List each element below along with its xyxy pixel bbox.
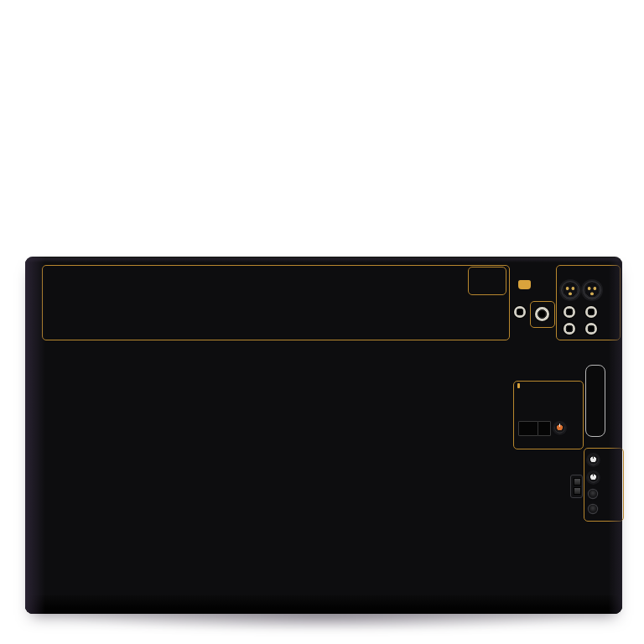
stereo-line-box — [468, 267, 506, 295]
fx-display-window-2 — [538, 421, 551, 436]
console-top-edge — [29, 258, 619, 262]
main-output-jack-left — [564, 306, 575, 318]
bus-assign-switch[interactable] — [570, 475, 583, 498]
pro-dsp-fx-box — [513, 381, 584, 449]
fx-display-window — [518, 421, 538, 436]
monitor-source-mains-button[interactable] — [589, 490, 597, 498]
level-meter — [585, 365, 605, 437]
phones-level-knob[interactable] — [588, 472, 599, 483]
fx-header-badge — [517, 383, 520, 388]
ctrl-room-level-knob[interactable] — [588, 454, 599, 465]
console-left-cheek — [25, 257, 47, 614]
product-photo-stage — [0, 0, 644, 644]
main-output-xlr-left — [561, 281, 579, 299]
main-output-jack-right — [585, 306, 597, 318]
inputs-section-box — [42, 265, 510, 340]
foot-switch-jack — [514, 306, 526, 318]
phones-output-jack — [535, 307, 549, 321]
monitor-source-bus-button[interactable] — [589, 505, 597, 513]
rcf-logo — [518, 280, 531, 289]
mixing-console — [25, 257, 622, 614]
main-output-xlr-right — [583, 281, 601, 299]
fx-header — [517, 383, 520, 388]
console-right-cheek — [607, 257, 622, 614]
ctrl-room-jack-left — [564, 323, 575, 335]
console-armrest — [25, 595, 622, 614]
ctrl-room-jack-right — [585, 323, 597, 335]
fx-level-knob[interactable] — [554, 423, 565, 434]
